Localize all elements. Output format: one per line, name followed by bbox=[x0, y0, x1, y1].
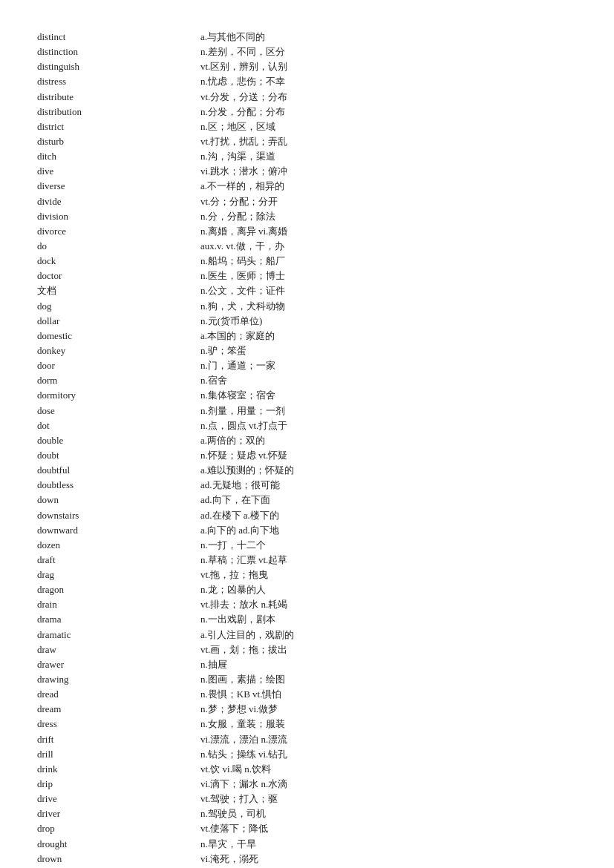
word-entry: 文档n.公文，文件；证件 bbox=[37, 283, 577, 298]
word-chinese: n.门，通道；一家 bbox=[200, 358, 577, 373]
word-chinese: n.宿舍 bbox=[200, 373, 577, 388]
word-english: dramatic bbox=[37, 628, 200, 642]
word-entry: dramatica.引人注目的，戏剧的 bbox=[37, 628, 577, 642]
word-english: doctor bbox=[37, 269, 200, 283]
word-chinese: vt.饮 vi.喝 n.饮料 bbox=[200, 762, 577, 777]
word-chinese: a.与其他不同的 bbox=[200, 30, 577, 45]
word-chinese: a.两倍的；双的 bbox=[200, 433, 577, 448]
word-english: divorce bbox=[37, 224, 200, 239]
word-english: distress bbox=[37, 74, 200, 89]
word-entry: doubtlessad.无疑地；很可能 bbox=[37, 478, 577, 493]
word-entry: drawern.抽屉 bbox=[37, 657, 577, 672]
word-chinese: vi.淹死，溺死 bbox=[200, 852, 577, 867]
word-entry: donkeyn.驴；笨蛋 bbox=[37, 343, 577, 358]
word-english: drown bbox=[37, 852, 200, 867]
word-english: dress bbox=[37, 717, 200, 731]
word-chinese: n.点，圆点 vt.打点于 bbox=[200, 418, 577, 433]
word-chinese: vi.漂流，漂泊 n.漂流 bbox=[200, 732, 577, 747]
word-list: distincta.与其他不同的distinctionn.差别，不同，区分dis… bbox=[37, 30, 577, 868]
word-chinese: n.分发，分配；分布 bbox=[200, 105, 577, 119]
word-chinese: n.一打，十二个 bbox=[200, 538, 577, 553]
word-entry: draftn.草稿；汇票 vt.起草 bbox=[37, 553, 577, 568]
word-chinese: vt.拖，拉；拖曳 bbox=[200, 568, 577, 582]
word-english: distinct bbox=[37, 30, 200, 45]
word-chinese: n.区；地区，区域 bbox=[200, 119, 577, 134]
word-english: 文档 bbox=[37, 283, 200, 298]
word-entry: dragonn.龙；凶暴的人 bbox=[37, 582, 577, 597]
word-entry: dropvt.使落下；降低 bbox=[37, 821, 577, 836]
word-chinese: a.本国的；家庭的 bbox=[200, 329, 577, 343]
word-entry: droughtn.旱灾，干旱 bbox=[37, 837, 577, 852]
word-english: drought bbox=[37, 837, 200, 852]
word-chinese: n.龙；凶暴的人 bbox=[200, 582, 577, 597]
word-entry: dormn.宿舍 bbox=[37, 373, 577, 388]
word-entry: downad.向下，在下面 bbox=[37, 493, 577, 507]
word-entry: doubtfula.难以预测的；怀疑的 bbox=[37, 463, 577, 478]
word-entry: dormitoryn.集体寝室；宿舍 bbox=[37, 388, 577, 403]
word-english: drawer bbox=[37, 657, 200, 672]
word-english: drag bbox=[37, 568, 200, 582]
word-chinese: n.分，分配；除法 bbox=[200, 209, 577, 224]
word-entry: distinctionn.差别，不同，区分 bbox=[37, 45, 577, 59]
word-english: division bbox=[37, 209, 200, 224]
word-english: doubtful bbox=[37, 463, 200, 478]
word-entry: dressn.女服，童装；服装 bbox=[37, 717, 577, 731]
word-chinese: n.旱灾，干旱 bbox=[200, 837, 577, 852]
word-chinese: vt.区别，辨别，认别 bbox=[200, 59, 577, 74]
word-entry: divisionn.分，分配；除法 bbox=[37, 209, 577, 224]
word-english: district bbox=[37, 119, 200, 134]
word-entry: dosen.剂量，用量；一剂 bbox=[37, 404, 577, 418]
word-chinese: vt.使落下；降低 bbox=[200, 821, 577, 836]
word-entry: drawingn.图画，素描；绘图 bbox=[37, 672, 577, 687]
word-chinese: vi.跳水；潜水；俯冲 bbox=[200, 164, 577, 179]
word-entry: disturbvt.打扰，扰乱；弄乱 bbox=[37, 134, 577, 149]
word-entry: dripvi.滴下；漏水 n.水滴 bbox=[37, 777, 577, 792]
word-entry: driftvi.漂流，漂泊 n.漂流 bbox=[37, 732, 577, 747]
word-chinese: n.女服，童装；服装 bbox=[200, 717, 577, 731]
word-chinese: n.沟，沟渠，渠道 bbox=[200, 149, 577, 164]
word-entry: dragvt.拖，拉；拖曳 bbox=[37, 568, 577, 582]
word-entry: drainvt.排去；放水 n.耗竭 bbox=[37, 597, 577, 612]
word-chinese: vt.打扰，扰乱；弄乱 bbox=[200, 134, 577, 149]
word-entry: downwarda.向下的 ad.向下地 bbox=[37, 523, 577, 538]
word-chinese: n.差别，不同，区分 bbox=[200, 45, 577, 59]
word-chinese: n.驴；笨蛋 bbox=[200, 343, 577, 358]
word-chinese: n.畏惧；KB vt.惧怕 bbox=[200, 687, 577, 702]
word-english: draft bbox=[37, 553, 200, 568]
word-english: drop bbox=[37, 821, 200, 836]
word-chinese: vt.画，划；拖；拔出 bbox=[200, 642, 577, 657]
word-english: donkey bbox=[37, 343, 200, 358]
word-english: dread bbox=[37, 687, 200, 702]
word-chinese: n.图画，素描；绘图 bbox=[200, 672, 577, 687]
word-english: domestic bbox=[37, 329, 200, 343]
word-entry: dollarn.元(货币单位) bbox=[37, 314, 577, 329]
word-chinese: n.离婚，离异 vi.离婚 bbox=[200, 224, 577, 239]
word-english: drain bbox=[37, 597, 200, 612]
word-english: distinction bbox=[37, 45, 200, 59]
word-english: dormitory bbox=[37, 388, 200, 403]
word-english: dog bbox=[37, 299, 200, 314]
word-entry: doorn.门，通道；一家 bbox=[37, 358, 577, 373]
word-entry: distressn.忧虑，悲伤；不幸 bbox=[37, 74, 577, 89]
word-chinese: ad.无疑地；很可能 bbox=[200, 478, 577, 493]
word-english: dive bbox=[37, 164, 200, 179]
word-entry: diversea.不一样的，相异的 bbox=[37, 179, 577, 194]
word-english: doubtless bbox=[37, 478, 200, 493]
word-entry: drinkvt.饮 vi.喝 n.饮料 bbox=[37, 762, 577, 777]
word-english: dream bbox=[37, 702, 200, 717]
word-chinese: n.医生，医师；博士 bbox=[200, 269, 577, 283]
word-chinese: ad.在楼下 a.楼下的 bbox=[200, 508, 577, 523]
word-chinese: n.狗，犬，犬科动物 bbox=[200, 299, 577, 314]
word-english: drama bbox=[37, 612, 200, 627]
word-chinese: vt.分；分配；分开 bbox=[200, 194, 577, 209]
word-chinese: aux.v. vt.做，干，办 bbox=[200, 239, 577, 254]
word-english: driver bbox=[37, 806, 200, 821]
word-chinese: n.梦；梦想 vi.做梦 bbox=[200, 702, 577, 717]
word-chinese: n.剂量，用量；一剂 bbox=[200, 404, 577, 418]
word-entry: distributionn.分发，分配；分布 bbox=[37, 105, 577, 119]
word-chinese: n.元(货币单位) bbox=[200, 314, 577, 329]
word-english: door bbox=[37, 358, 200, 373]
word-chinese: a.不一样的，相异的 bbox=[200, 179, 577, 194]
word-entry: dotn.点，圆点 vt.打点于 bbox=[37, 418, 577, 433]
word-english: do bbox=[37, 239, 200, 254]
